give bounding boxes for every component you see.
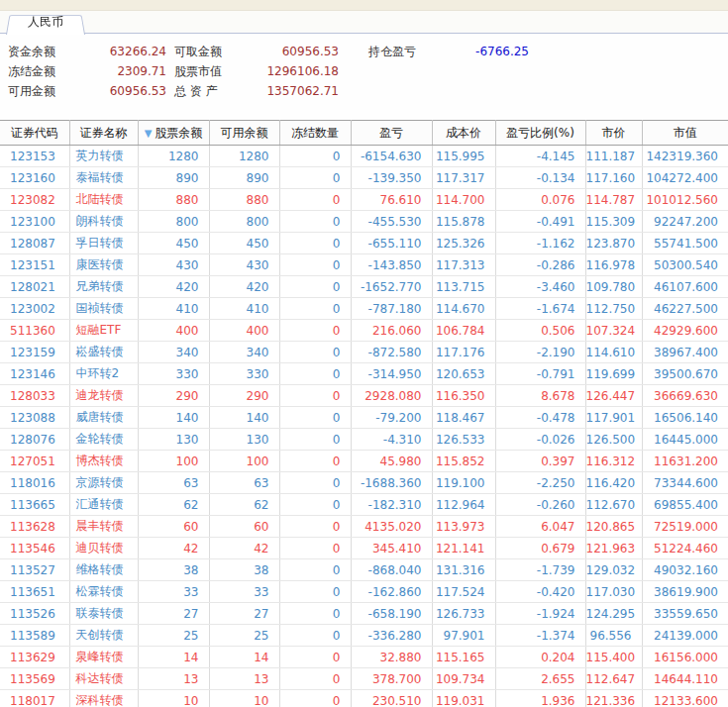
column-header-pnl-ratio[interactable]: 盈亏比例(%)	[495, 121, 585, 146]
cell-security-name: 天创转债	[69, 625, 138, 647]
cell-stock-balance: 140	[138, 407, 209, 429]
position-row-127051[interactable]: 127051博杰转债100100045.980115.8520.397116.3…	[0, 451, 728, 472]
cell-security-code: 113526	[0, 603, 69, 625]
cell-pnl-ratio: -2.190	[495, 342, 585, 363]
cell-market-value: 72519.000	[642, 516, 728, 538]
tab-rmb[interactable]: 人民币	[6, 12, 85, 34]
cell-pnl-ratio: -0.791	[495, 363, 585, 385]
position-row-113628[interactable]: 113628晨丰转债606004135.020113.9736.047120.8…	[0, 516, 728, 538]
position-row-123153[interactable]: 123153英力转债128012800-6154.630115.995-4.14…	[0, 146, 728, 167]
position-row-123088[interactable]: 123088威唐转债1401400-79.200118.467-0.478117…	[0, 407, 728, 429]
column-header-available-balance[interactable]: 可用余额	[209, 121, 279, 146]
cell-pnl: -143.850	[351, 254, 432, 276]
cell-security-code: 128076	[0, 429, 69, 451]
cell-cost-price: 126.733	[432, 603, 495, 625]
position-row-128076[interactable]: 128076金轮转债1301300-4.310126.533-0.026126.…	[0, 429, 728, 451]
position-row-113526[interactable]: 113526联泰转债27270-658.190126.733-1.924124.…	[0, 603, 728, 625]
cell-market-price: 121.963	[585, 538, 642, 559]
total-assets-label: 总 资 产	[174, 81, 256, 101]
position-row-123160[interactable]: 123160泰福转债8908900-139.350117.317-0.13411…	[0, 167, 728, 189]
cell-available-balance: 1280	[209, 146, 279, 167]
stock-market-value-value: 1296106.18	[256, 61, 339, 81]
cell-pnl-ratio: -4.145	[495, 146, 585, 167]
cell-market-price: 116.978	[585, 254, 642, 276]
position-row-123002[interactable]: 123002国祯转债4104100-787.180114.670-1.67411…	[0, 298, 728, 320]
positions-body: 123153英力转债128012800-6154.630115.995-4.14…	[0, 146, 728, 707]
summary-row-3: 可用金额60956.53总 资 产1357062.71	[0, 81, 728, 101]
cell-available-balance: 42	[209, 538, 279, 559]
position-row-123082[interactable]: 123082北陆转债880880076.610114.7000.076114.7…	[0, 189, 728, 211]
fund-balance-label: 资金余额	[0, 42, 97, 61]
cell-available-balance: 14	[209, 647, 279, 668]
position-row-113665[interactable]: 113665汇通转债62620-182.310112.964-0.260112.…	[0, 494, 728, 516]
cell-pnl-ratio: 8.678	[495, 385, 585, 407]
cell-pnl: -6154.630	[351, 146, 432, 167]
cell-stock-balance: 450	[138, 233, 209, 254]
column-header-label: 可用余额	[221, 126, 268, 140]
cell-available-balance: 140	[209, 407, 279, 429]
position-row-511360[interactable]: 511360短融ETF4004000216.060106.7840.506107…	[0, 320, 728, 342]
position-row-123100[interactable]: 123100朗科转债8008000-455.530115.878-0.49111…	[0, 211, 728, 233]
cell-pnl-ratio: -1.374	[495, 625, 585, 647]
cell-security-name: 威唐转债	[69, 407, 138, 429]
cell-market-price: 115.309	[585, 211, 642, 233]
position-row-113527[interactable]: 113527维格转债38380-868.040131.316-1.739129.…	[0, 559, 728, 581]
position-row-113629[interactable]: 113629泉峰转债1414032.880115.1650.204115.400…	[0, 647, 728, 668]
cell-pnl: 45.980	[351, 451, 432, 472]
cell-stock-balance: 290	[138, 385, 209, 407]
column-header-market-price[interactable]: 市价	[585, 121, 642, 146]
cell-cost-price: 115.165	[432, 647, 495, 668]
cell-stock-balance: 60	[138, 516, 209, 538]
position-row-123151[interactable]: 123151康医转债4304300-143.850117.313-0.28611…	[0, 254, 728, 276]
column-header-label: 证券代码	[11, 126, 58, 140]
cell-pnl-ratio: -1.924	[495, 603, 585, 625]
column-header-frozen-quantity[interactable]: 冻结数量	[279, 121, 351, 146]
cell-cost-price: 97.901	[432, 625, 495, 647]
column-header-label: 股票余额	[155, 126, 202, 140]
cell-market-value: 69855.400	[642, 494, 728, 516]
position-row-128033[interactable]: 128033迪龙转债29029002928.080116.3508.678126…	[0, 385, 728, 407]
cell-available-balance: 450	[209, 233, 279, 254]
column-header-security-code[interactable]: 证券代码	[0, 121, 69, 146]
cell-stock-balance: 430	[138, 254, 209, 276]
position-row-118017[interactable]: 118017深科转债10100230.510119.0311.936121.33…	[0, 690, 728, 707]
cell-security-name: 泉峰转债	[69, 647, 138, 668]
position-row-113546[interactable]: 113546迪贝转债42420345.410121.1410.679121.96…	[0, 538, 728, 559]
cell-stock-balance: 400	[138, 320, 209, 342]
position-row-128087[interactable]: 128087孚日转债4504500-655.110125.326-1.16212…	[0, 233, 728, 254]
cell-cost-price: 117.317	[432, 167, 495, 189]
cell-market-price: 117.030	[585, 581, 642, 603]
sort-descending-icon: ▼	[145, 128, 153, 139]
cell-cost-price: 116.350	[432, 385, 495, 407]
position-row-128021[interactable]: 128021兄弟转债4204200-1652.770113.715-3.4601…	[0, 276, 728, 298]
cell-market-value: 16445.000	[642, 429, 728, 451]
cell-pnl: -4.310	[351, 429, 432, 451]
cell-available-balance: 13	[209, 668, 279, 690]
column-header-cost-price[interactable]: 成本价	[432, 121, 495, 146]
position-row-123159[interactable]: 123159崧盛转债3403400-872.580117.176-2.19011…	[0, 342, 728, 363]
cell-security-code: 113546	[0, 538, 69, 559]
cell-pnl: -162.860	[351, 581, 432, 603]
position-row-113589[interactable]: 113589天创转债25250-336.28097.901-1.37496.55…	[0, 625, 728, 647]
column-header-stock-balance[interactable]: ▼股票余额	[138, 121, 209, 146]
cell-frozen-quantity: 0	[279, 189, 351, 211]
cell-pnl-ratio: -1.162	[495, 233, 585, 254]
cell-frozen-quantity: 0	[279, 690, 351, 707]
column-header-pnl[interactable]: 盈亏	[351, 121, 432, 146]
position-row-118016[interactable]: 118016京源转债63630-1688.360119.100-2.250116…	[0, 472, 728, 494]
position-row-113569[interactable]: 113569科达转债13130378.700109.7342.655112.64…	[0, 668, 728, 690]
frozen-amount-label: 冻结金额	[0, 61, 97, 81]
cell-frozen-quantity: 0	[279, 625, 351, 647]
cell-cost-price: 113.715	[432, 276, 495, 298]
cell-market-value: 11631.200	[642, 451, 728, 472]
position-row-113651[interactable]: 113651松霖转债33330-162.860117.524-0.420117.…	[0, 581, 728, 603]
column-header-security-name[interactable]: 证券名称	[69, 121, 138, 146]
column-header-label: 证券名称	[80, 126, 128, 140]
position-row-123146[interactable]: 123146中环转23303300-314.950120.653-0.79111…	[0, 363, 728, 385]
cell-frozen-quantity: 0	[279, 385, 351, 407]
cell-market-value: 101012.560	[642, 189, 728, 211]
cell-market-value: 42929.600	[642, 320, 728, 342]
cell-cost-price: 114.700	[432, 189, 495, 211]
column-header-market-value[interactable]: 市值	[642, 121, 728, 146]
cell-security-name: 松霖转债	[69, 581, 138, 603]
